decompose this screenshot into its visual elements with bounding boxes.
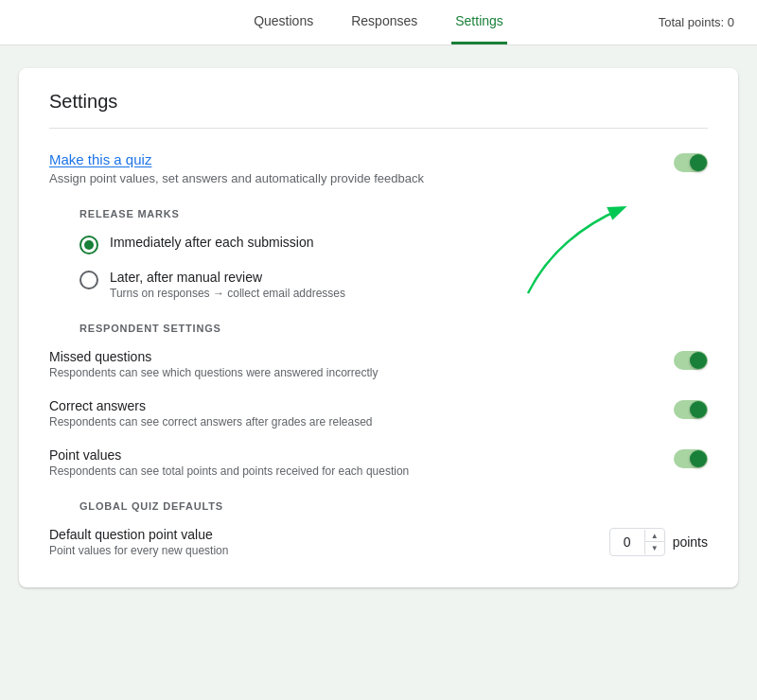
global-quiz-defaults-header: GLOBAL QUIZ DEFAULTS [79, 500, 708, 512]
stepper-arrows: ▲ ▼ [644, 530, 664, 554]
respondent-settings-header: RESPONDENT SETTINGS [79, 323, 708, 334]
radio-label-text-immediately: Immediately after each submission [110, 235, 314, 250]
default-point-value-left: Default question point value Point value… [49, 527, 228, 557]
toggle-thumb-correct [690, 401, 707, 418]
point-stepper-wrapper: 0 ▲ ▼ [609, 528, 665, 556]
stepper-down-button[interactable]: ▼ [645, 542, 664, 554]
toggle-thumb-missed [690, 352, 707, 369]
points-label: points [673, 534, 708, 550]
top-navigation: Questions Responses Settings Total point… [0, 0, 757, 45]
setting-desc-missed-questions: Respondents can see which questions were… [49, 366, 378, 379]
tab-settings[interactable]: Settings [451, 0, 507, 44]
setting-left-point-values: Point values Respondents can see total p… [49, 447, 409, 478]
toggle-point-values[interactable] [674, 449, 708, 468]
setting-row-missed-questions: Missed questions Respondents can see whi… [49, 349, 708, 379]
quiz-description: Assign point values, set answers and aut… [49, 171, 424, 185]
setting-title-correct-answers: Correct answers [49, 398, 373, 413]
radio-label-later: Later, after manual review Turns on resp… [110, 270, 345, 300]
setting-row-correct-answers: Correct answers Respondents can see corr… [49, 398, 708, 429]
point-stepper-value[interactable]: 0 [610, 529, 644, 555]
setting-title-point-values: Point values [49, 447, 409, 463]
radio-btn-immediately[interactable] [79, 236, 98, 254]
radio-btn-later[interactable] [79, 271, 98, 289]
radio-sublabel-later: Turns on responses → collect email addre… [110, 287, 345, 300]
default-point-value-right: 0 ▲ ▼ points [609, 528, 708, 556]
settings-card: Settings Make this a quiz Assign point v… [19, 68, 738, 587]
total-points-label: Total points: 0 [659, 15, 734, 29]
quiz-toggle-row: Make this a quiz Assign point values, se… [49, 151, 708, 185]
nav-tabs: Questions Responses Settings [250, 0, 507, 44]
setting-title-missed-questions: Missed questions [49, 349, 378, 364]
default-point-value-row: Default question point value Point value… [49, 527, 708, 557]
radio-label-text-later: Later, after manual review [110, 270, 345, 285]
toggle-thumb [690, 154, 707, 171]
tab-questions[interactable]: Questions [250, 0, 317, 44]
toggle-correct-answers[interactable] [674, 400, 708, 419]
divider [49, 128, 708, 129]
setting-desc-correct-answers: Respondents can see correct answers afte… [49, 415, 373, 429]
annotation-arrow [500, 180, 670, 312]
radio-label-immediately: Immediately after each submission [110, 235, 314, 250]
setting-left-missed-questions: Missed questions Respondents can see whi… [49, 349, 378, 379]
default-point-value-title: Default question point value [49, 527, 228, 542]
stepper-up-button[interactable]: ▲ [645, 530, 664, 542]
setting-desc-point-values: Respondents can see total points and poi… [49, 464, 409, 478]
toggle-missed-questions[interactable] [674, 351, 708, 370]
tab-responses[interactable]: Responses [347, 0, 421, 44]
page-title: Settings [49, 91, 708, 113]
setting-row-point-values: Point values Respondents can see total p… [49, 447, 708, 478]
setting-left-correct-answers: Correct answers Respondents can see corr… [49, 398, 373, 429]
quiz-title[interactable]: Make this a quiz [49, 151, 424, 167]
default-point-value-desc: Point values for every new question [49, 544, 228, 557]
toggle-thumb-pointval [690, 450, 707, 467]
quiz-toggle-left: Make this a quiz Assign point values, se… [49, 151, 424, 185]
quiz-toggle-switch[interactable] [674, 153, 708, 172]
